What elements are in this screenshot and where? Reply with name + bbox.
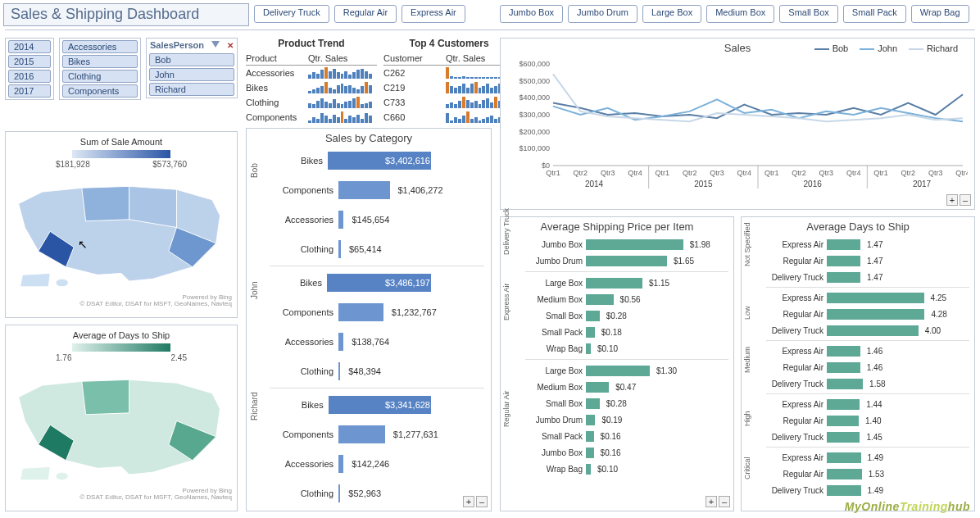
ship-price-row: Jumbo Box$1.98 — [525, 236, 728, 252]
sales-cat-bar-row: Clothing$65,414 — [270, 234, 484, 264]
sales-cat-bar — [338, 455, 343, 473]
avg-days-to-ship-chart[interactable]: Average Days to Ship Express Air1.47Regu… — [741, 216, 975, 511]
legend-john[interactable]: John — [860, 43, 897, 53]
map-sales-title: Sum of Sale Amount — [11, 137, 232, 147]
prod-trend-label: Bikes — [246, 83, 308, 93]
sales-cat-bar-label: Clothing — [270, 244, 333, 254]
days-ship-row: Express Air1.47 — [766, 236, 969, 252]
days-ship-row: Regular Air1.46 — [766, 359, 969, 375]
days-ship-row: Express Air1.49 — [766, 449, 969, 466]
year-option-2[interactable]: 2016 — [8, 70, 51, 83]
ship-price-group: Regular Air — [502, 390, 510, 427]
sales-cat-group-label: Richard — [250, 393, 259, 420]
sales-cat-bar — [338, 425, 385, 443]
sales-cat-bar-row: Components$1,277,631 — [270, 420, 484, 449]
ship-price-value: $0.10 — [597, 465, 618, 474]
sales-cat-bar-row: Bikes$3,402,616 — [270, 146, 484, 175]
salesperson-slicer: SalesPerson ✕ BobJohnRichard — [146, 38, 238, 98]
svg-text:Qtr3: Qtr3 — [819, 169, 834, 177]
ship-price-value: $1.30 — [656, 366, 677, 375]
sales-cat-bar-value: $52,963 — [348, 488, 381, 498]
svg-text:$100,000: $100,000 — [519, 144, 550, 152]
ship-price-group: Express Air — [502, 283, 510, 320]
avg-shipping-price-chart[interactable]: Average Shipping Price per Item Jumbo Bo… — [500, 216, 734, 511]
filter-icon[interactable] — [211, 41, 220, 49]
ship-price-bar — [586, 294, 614, 305]
ship-price-label: Medium Box — [525, 383, 583, 392]
category-option-1[interactable]: Bikes — [62, 55, 138, 68]
zoom-out-button[interactable]: – — [476, 496, 488, 507]
days-ship-bar — [827, 362, 860, 373]
container-option-5[interactable]: Small Pack — [843, 5, 906, 23]
prod-trend-row: Accessories — [246, 66, 377, 80]
us-map-days[interactable] — [11, 366, 232, 484]
sales-cat-bar-label: Bikes — [270, 278, 322, 288]
ship-price-row: Small Pack$0.16 — [525, 428, 728, 444]
days-ship-row: Regular Air4.28 — [766, 306, 969, 322]
sparkline — [308, 97, 372, 108]
salesperson-option-2[interactable]: Richard — [149, 83, 234, 96]
ship-price-row: Wrap Bag$0.10 — [525, 340, 728, 357]
zoom-out-button[interactable]: – — [960, 194, 971, 206]
year-option-3[interactable]: 2017 — [8, 84, 51, 98]
container-option-2[interactable]: Large Box — [642, 5, 701, 23]
salesperson-option-1[interactable]: John — [149, 68, 234, 81]
watermark-c: hub — [948, 500, 970, 513]
zoom-in-button[interactable]: + — [946, 194, 958, 206]
svg-text:Qtr1: Qtr1 — [656, 169, 670, 177]
shipmode-option-0[interactable]: Delivery Truck — [254, 5, 329, 23]
zoom-out-button[interactable]: – — [719, 496, 730, 507]
svg-text:Qtr3: Qtr3 — [601, 169, 615, 177]
us-map-sales[interactable] — [11, 172, 232, 291]
year-option-0[interactable]: 2014 — [8, 40, 51, 53]
legend-richard[interactable]: Richard — [909, 43, 958, 53]
sales-by-category-chart[interactable]: Sales by Category Bikes$3,402,616Compone… — [246, 128, 492, 511]
category-option-2[interactable]: Clothing — [62, 70, 138, 83]
shipmode-option-2[interactable]: Express Air — [402, 5, 465, 23]
year-option-1[interactable]: 2015 — [8, 55, 51, 68]
zoom-in-button[interactable]: + — [706, 496, 717, 507]
top4-header: CustomerQtr. Sales — [383, 51, 515, 66]
svg-text:Qtr4: Qtr4 — [955, 169, 968, 177]
shipmode-option-1[interactable]: Regular Air — [334, 5, 397, 23]
clear-filter-icon[interactable]: ✕ — [227, 41, 234, 50]
sales-line-chart[interactable]: Sales Bob John Richard $0$100,000$200,00… — [500, 38, 975, 210]
ship-price-bar — [586, 366, 650, 376]
ship-price-label: Medium Box — [525, 295, 583, 304]
prod-trend-header: ProductQtr. Sales — [246, 51, 377, 66]
sparkline — [308, 82, 372, 93]
container-slicer-strip: Jumbo BoxJumbo DrumLarge BoxMedium BoxSm… — [500, 5, 969, 23]
sales-cat-bar-label: Components — [270, 429, 333, 439]
map-sales-legend-values: $181,928 $573,760 — [56, 160, 187, 169]
sales-cat-bar-row: Bikes$3,341,628 — [270, 390, 484, 420]
days-ship-value: 1.40 — [865, 416, 881, 425]
svg-text:Qtr2: Qtr2 — [901, 169, 916, 177]
svg-text:Qtr3: Qtr3 — [710, 169, 724, 177]
map-sales-credit2: © DSAT Editor, DSAT for MSFT, GeoNames, … — [11, 301, 232, 308]
sales-cat-bar-label: Clothing — [270, 366, 333, 376]
days-ship-value: 1.46 — [867, 347, 882, 356]
container-option-3[interactable]: Medium Box — [706, 5, 774, 23]
zoom-in-button[interactable]: + — [463, 496, 474, 507]
category-option-3[interactable]: Components — [62, 84, 138, 98]
ship-price-bar — [586, 256, 667, 266]
legend-bob[interactable]: Bob — [814, 43, 849, 53]
ship-price-label: Small Pack — [525, 432, 583, 441]
ship-price-label: Jumbo Drum — [525, 416, 583, 425]
top4-row: C733 — [383, 95, 515, 110]
ship-price-label: Jumbo Box — [525, 448, 583, 457]
svg-text:Qtr1: Qtr1 — [546, 169, 560, 177]
container-option-1[interactable]: Jumbo Drum — [568, 5, 637, 23]
watermark-a: MyOnline — [845, 500, 900, 513]
days-ship-bar — [827, 256, 860, 266]
category-option-0[interactable]: Accessories — [62, 40, 138, 53]
days-ship-label: Express Air — [766, 240, 823, 249]
container-option-6[interactable]: Wrap Bag — [911, 5, 969, 23]
map-days-title: Average of Days to Ship — [11, 330, 232, 340]
ship-price-bar — [586, 343, 591, 354]
top4-row: C262 — [383, 66, 515, 80]
salesperson-option-0[interactable]: Bob — [149, 53, 234, 66]
container-option-0[interactable]: Jumbo Box — [500, 5, 563, 23]
days-ship-row: Regular Air1.40 — [766, 412, 969, 429]
container-option-4[interactable]: Small Box — [779, 5, 838, 23]
